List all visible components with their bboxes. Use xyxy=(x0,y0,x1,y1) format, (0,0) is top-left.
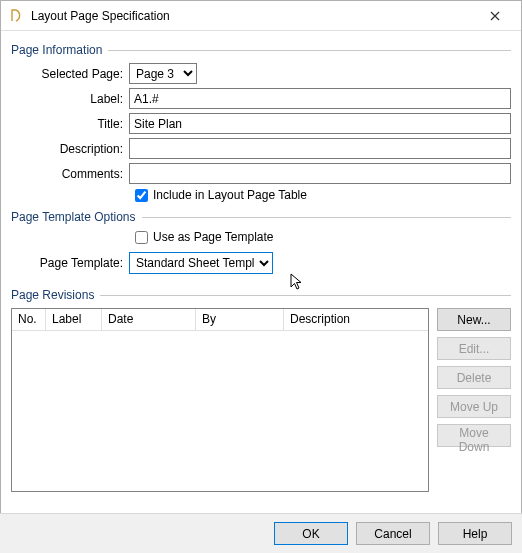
page-information-header: Page Information xyxy=(11,43,511,57)
col-label[interactable]: Label xyxy=(46,309,102,330)
page-template-options-label: Page Template Options xyxy=(11,210,136,224)
page-revisions-label: Page Revisions xyxy=(11,288,94,302)
delete-button: Delete xyxy=(437,366,511,389)
new-button[interactable]: New... xyxy=(437,308,511,331)
selected-page-select[interactable]: Page 3 xyxy=(129,63,197,84)
col-no[interactable]: No. xyxy=(12,309,46,330)
include-checkbox[interactable] xyxy=(135,189,148,202)
selected-page-label: Selected Page: xyxy=(11,67,129,81)
window-title: Layout Page Specification xyxy=(31,9,475,23)
close-button[interactable] xyxy=(475,2,515,30)
comments-label: Comments: xyxy=(11,167,129,181)
revisions-table[interactable]: No. Label Date By Description xyxy=(11,308,429,492)
col-description[interactable]: Description xyxy=(284,309,428,330)
col-date[interactable]: Date xyxy=(102,309,196,330)
use-as-template-checkbox[interactable] xyxy=(135,231,148,244)
title-label: Title: xyxy=(11,117,129,131)
description-label: Description: xyxy=(11,142,129,156)
page-template-options-header: Page Template Options xyxy=(11,210,511,224)
title-field[interactable] xyxy=(129,113,511,134)
page-information-label: Page Information xyxy=(11,43,102,57)
dialog-footer: OK Cancel Help xyxy=(0,513,522,553)
revisions-table-header: No. Label Date By Description xyxy=(12,309,428,331)
page-template-select[interactable]: Standard Sheet Template xyxy=(129,252,273,274)
label-field[interactable] xyxy=(129,88,511,109)
app-icon xyxy=(9,8,25,24)
ok-button[interactable]: OK xyxy=(274,522,348,545)
move-up-button: Move Up xyxy=(437,395,511,418)
col-by[interactable]: By xyxy=(196,309,284,330)
help-button[interactable]: Help xyxy=(438,522,512,545)
move-down-button: Move Down xyxy=(437,424,511,447)
page-template-label: Page Template: xyxy=(11,256,129,270)
include-label: Include in Layout Page Table xyxy=(153,188,307,202)
cancel-button[interactable]: Cancel xyxy=(356,522,430,545)
description-field[interactable] xyxy=(129,138,511,159)
page-revisions-header: Page Revisions xyxy=(11,288,511,302)
edit-button: Edit... xyxy=(437,337,511,360)
label-label: Label: xyxy=(11,92,129,106)
titlebar: Layout Page Specification xyxy=(1,1,521,31)
use-as-template-label: Use as Page Template xyxy=(153,230,274,244)
comments-field[interactable] xyxy=(129,163,511,184)
